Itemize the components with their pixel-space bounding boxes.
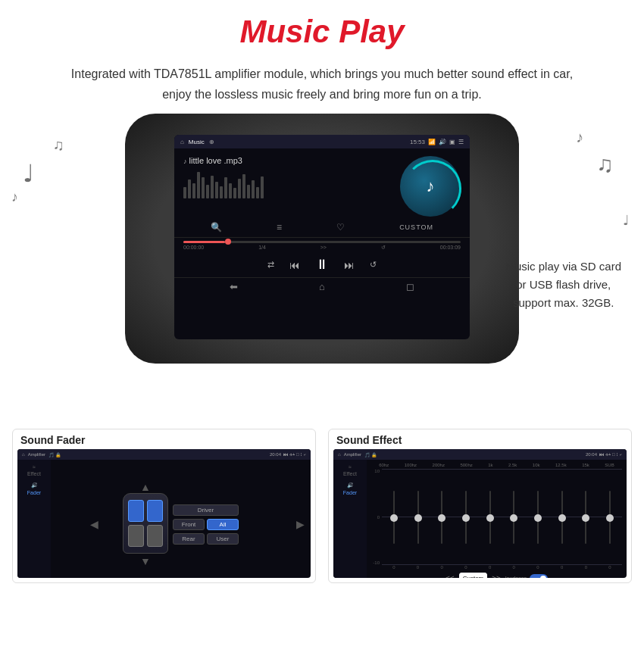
recent-icon[interactable]: ◻ — [406, 281, 414, 292]
waveform-bar — [211, 176, 214, 198]
eq-slider-9[interactable] — [598, 469, 622, 565]
driver-button[interactable]: Driver — [173, 504, 239, 516]
waveform — [183, 168, 392, 198]
next-button[interactable]: ⏭ — [344, 259, 355, 271]
eq-icon: ≈ — [349, 464, 352, 470]
car-unit: ⌂ Music ⊕ 15:53 📶 🔊 ▣ ☰ ♪ little lo — [125, 114, 519, 364]
eq-slider-6[interactable] — [526, 469, 550, 565]
eq-track-5 — [513, 491, 514, 544]
waveform-bar — [215, 182, 218, 198]
car-speaker-rl — [128, 525, 144, 547]
fader-sidebar: ≈ Effect 🔊 Fader — [17, 460, 51, 578]
eq-slider-3[interactable] — [454, 469, 478, 565]
fader-buttons-group: Driver Front All Rear User — [173, 504, 239, 545]
eq-panel-title: Sound Effect — [329, 429, 631, 449]
loudness-label: loudness — [505, 576, 527, 578]
eq-thumb-7 — [558, 514, 566, 522]
bottom-icons-row: ⬅ ⌂ ◻ — [174, 277, 470, 295]
freq-label: SUB — [605, 463, 614, 467]
side-text: Music play via SD card or USB flash driv… — [505, 258, 621, 312]
eq-track-1 — [417, 491, 419, 544]
waveform-bar — [261, 176, 264, 198]
front-button[interactable]: Front — [173, 519, 205, 530]
eq-track-7 — [561, 491, 563, 544]
page-title: Music Play — [0, 14, 644, 50]
eq-thumb-4 — [486, 514, 494, 522]
waveform-bar — [206, 185, 209, 198]
fader-status-bar: ⌂ Amplifier 🎵 🔒 20:04 ⏮ ◁ △ □ ⋮ ↩ — [17, 449, 311, 460]
all-button[interactable]: All — [207, 519, 239, 530]
arrow-right[interactable]: ▶ — [296, 518, 305, 530]
repeat-icon: ↺ — [381, 245, 386, 251]
eq-slider-2[interactable] — [430, 469, 454, 565]
eq-slider-1[interactable] — [406, 469, 430, 565]
waveform-bar — [220, 186, 223, 198]
time-current: 00:00:00 — [183, 245, 204, 251]
side-text-line1: Music play via SD card — [505, 258, 621, 276]
fader-fader-item[interactable]: 🔊 Fader — [20, 482, 48, 495]
signal-icon: 📶 — [428, 139, 436, 145]
heart-button[interactable]: ♡ — [336, 222, 345, 233]
arrow-left[interactable]: ◀ — [90, 518, 98, 530]
eq-thumb-0 — [390, 514, 398, 522]
side-text-line2: or USB flash drive, — [505, 276, 621, 294]
eq-bottom-controls: << Custom >> loudness — [371, 570, 622, 578]
search-button[interactable]: 🔍 — [211, 222, 222, 233]
eq-slider-0[interactable] — [382, 469, 406, 565]
loudness-toggle[interactable] — [530, 574, 548, 579]
fader-time: 20:04 — [270, 452, 281, 457]
home-icon-bottom[interactable]: ⌂ — [319, 281, 325, 292]
eq-next-icon[interactable]: >> — [492, 574, 501, 578]
eq-prev-icon[interactable]: << — [445, 574, 455, 578]
freq-label: 12.5k — [555, 463, 567, 467]
eq-screen-content: ≈ Effect 🔊 Fader 60hz100hz200hz500hz1k2.… — [333, 460, 627, 578]
eq-speaker-icon: 🔊 — [347, 482, 354, 489]
equalizer-icon: ≈ — [33, 464, 36, 470]
eq-effect-item: ≈ Effect — [336, 464, 364, 476]
eq-status-bar: ⌂ Amplifier 🎵 🔒 20:04 ⏮ ◁ △ □ ⋮ ↩ — [333, 449, 627, 460]
progress-fill — [183, 241, 225, 243]
home-icon: ⌂ — [180, 139, 184, 145]
back-icon[interactable]: ⬅ — [230, 281, 238, 292]
rear-button[interactable]: Rear — [173, 533, 205, 545]
user-button[interactable]: User — [207, 533, 239, 545]
arrow-up[interactable]: ▲ — [123, 481, 168, 493]
waveform-bar — [252, 180, 255, 198]
music-note-4: ♫ — [597, 151, 614, 177]
eq-screen: ⌂ Amplifier 🎵 🔒 20:04 ⏮ ◁ △ □ ⋮ ↩ ≈ Effe… — [333, 449, 627, 578]
fader-panel-title: Sound Fader — [13, 429, 315, 449]
eq-slider-8[interactable] — [574, 469, 599, 565]
fader-main: ▲ ▼ Driver Front — [51, 460, 311, 578]
player-content: ♪ little love .mp3 ♪ — [174, 148, 470, 217]
repeat-button[interactable]: ↺ — [370, 260, 377, 270]
list-button[interactable]: ≡ — [277, 222, 282, 233]
eq-slider-4[interactable] — [478, 469, 502, 565]
eq-track-9 — [609, 491, 611, 544]
battery-icon: ▣ — [449, 139, 455, 145]
fader-effect-item: ≈ Effect — [20, 464, 48, 476]
eq-thumb-3 — [462, 514, 470, 522]
prev-button[interactable]: ⏮ — [289, 259, 300, 271]
freq-label: 2.5k — [508, 463, 517, 467]
controls-row: 🔍 ≡ ♡ CUSTOM — [174, 217, 470, 238]
arrow-down[interactable]: ▼ — [123, 555, 168, 567]
eq-fader-item[interactable]: 🔊 Fader — [336, 482, 364, 495]
eq-thumb-9 — [606, 514, 614, 522]
music-note-1: ♩ — [23, 159, 34, 188]
shuffle-button[interactable]: ⇄ — [267, 260, 274, 270]
db-neg10: -10 — [371, 560, 380, 565]
eq-track-8 — [585, 491, 586, 544]
custom-preset-button[interactable]: Custom — [459, 573, 488, 578]
eq-slider-7[interactable] — [550, 469, 574, 565]
fader-controls-icons: ⏮ ◁ △ □ ⋮ ↩ — [283, 452, 306, 457]
time-total: 00:03:09 — [440, 245, 461, 251]
progress-bar[interactable] — [183, 241, 461, 243]
eq-slider-5[interactable] — [502, 469, 527, 565]
eq-status-label: Amplifier — [344, 452, 361, 457]
eq-panel: Sound Effect ⌂ Amplifier 🎵 🔒 20:04 ⏮ ◁ △… — [328, 429, 632, 583]
fader-screen-content: ≈ Effect 🔊 Fader ▲ — [17, 460, 311, 578]
waveform-bar — [188, 180, 191, 198]
car-diagram-container: ▲ ▼ — [123, 481, 168, 567]
waveform-bar — [242, 174, 245, 198]
play-pause-button[interactable]: ⏸ — [315, 257, 329, 273]
